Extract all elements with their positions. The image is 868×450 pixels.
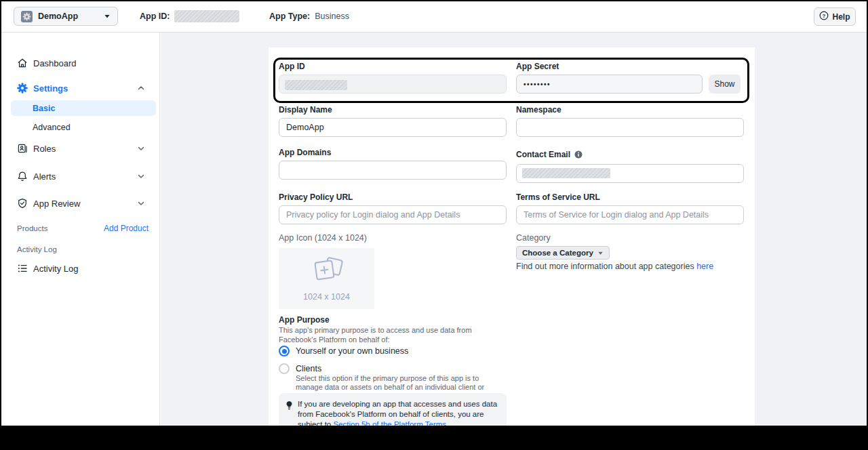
chevron-down-icon bbox=[104, 10, 111, 22]
sidebar-item-roles[interactable]: Roles bbox=[0, 140, 159, 157]
namespace-field-label: Namespace bbox=[516, 105, 744, 115]
sidebar-item-app-review[interactable]: App Review bbox=[0, 195, 159, 211]
products-section-label: Products bbox=[17, 224, 47, 232]
id-card-icon bbox=[17, 143, 28, 154]
sidebar-item-settings[interactable]: Settings bbox=[0, 80, 159, 96]
sidebar-item-label: App Review bbox=[33, 199, 80, 209]
app-dashboard-page: DemoApp App ID: App Type: Business ? Hel… bbox=[0, 0, 868, 450]
sidebar: Dashboard Settings Basic Advanced bbox=[0, 33, 160, 426]
app-icon-size-hint: 1024 x 1024 bbox=[303, 292, 350, 302]
app-icon-field-label: App Icon (1024 x 1024) bbox=[279, 233, 507, 243]
app-type-label: App Type: bbox=[269, 12, 310, 21]
radio-option-label: Yourself or your own business bbox=[296, 346, 408, 356]
category-field-group: Category Choose a Category bbox=[516, 233, 744, 260]
show-secret-button[interactable]: Show bbox=[709, 75, 741, 94]
terms-of-service-input[interactable] bbox=[516, 205, 744, 224]
app-domains-field-group: App Domains bbox=[279, 148, 507, 180]
chevron-up-icon bbox=[137, 84, 145, 94]
chevron-down-icon bbox=[137, 144, 145, 155]
sidebar-subitem-label: Advanced bbox=[33, 123, 71, 132]
photos-icon bbox=[307, 255, 347, 289]
sidebar-subitem-label: Basic bbox=[33, 104, 55, 113]
sidebar-subitem-advanced[interactable]: Advanced bbox=[11, 119, 156, 135]
app-type-value: Business bbox=[315, 12, 349, 21]
radio-selected-icon bbox=[279, 346, 290, 356]
activity-log-section-label: Activity Log bbox=[17, 245, 57, 253]
app-domains-field-label: App Domains bbox=[279, 148, 507, 157]
contact-email-field-label: Contact Email bbox=[516, 150, 744, 161]
app-selector-dropdown[interactable]: DemoApp bbox=[14, 7, 118, 26]
category-help-link[interactable]: here bbox=[696, 262, 713, 271]
question-circle-icon: ? bbox=[819, 11, 829, 22]
terms-of-service-field-group: Terms of Service URL bbox=[516, 192, 744, 224]
note-text: If you are developing an app that access… bbox=[298, 399, 498, 426]
sidebar-item-label: Roles bbox=[33, 144, 56, 154]
display-name-field-label: Display Name bbox=[279, 105, 507, 115]
privacy-policy-field-group: Privacy Policy URL bbox=[279, 192, 507, 224]
chevron-down-icon bbox=[137, 172, 145, 182]
sidebar-item-label: Alerts bbox=[33, 171, 56, 182]
help-button[interactable]: ? Help bbox=[814, 7, 856, 26]
radio-option-yourself[interactable]: Yourself or your own business bbox=[279, 346, 408, 356]
chevron-down-icon bbox=[137, 199, 145, 209]
radio-unselected-icon bbox=[279, 363, 290, 374]
info-icon bbox=[574, 150, 583, 161]
basic-settings-card: App ID App Secret Show Display Name Name… bbox=[269, 47, 755, 426]
radio-option-clients[interactable]: Clients bbox=[279, 363, 321, 374]
radio-option-label: Clients bbox=[296, 363, 321, 373]
app-purpose-description: This app's primary purpose is to access … bbox=[279, 326, 507, 344]
gear-icon bbox=[17, 83, 28, 94]
selected-app-name: DemoApp bbox=[38, 12, 104, 21]
app-secret-input[interactable] bbox=[516, 75, 703, 94]
sidebar-item-dashboard[interactable]: Dashboard bbox=[0, 55, 159, 71]
sidebar-item-label: Dashboard bbox=[33, 58, 77, 68]
app-secret-field-group: App Secret Show bbox=[516, 62, 744, 94]
app-purpose-label: App Purpose bbox=[279, 315, 507, 325]
shield-check-icon bbox=[17, 198, 28, 209]
lightbulb-icon bbox=[285, 399, 293, 426]
bell-icon bbox=[17, 171, 28, 182]
choose-category-dropdown[interactable]: Choose a Category bbox=[516, 246, 610, 260]
namespace-input[interactable] bbox=[516, 118, 744, 137]
platform-terms-link[interactable]: Section 5b of the Platform Terms bbox=[333, 420, 446, 426]
app-id-label: App ID: bbox=[140, 12, 170, 21]
app-gear-icon bbox=[21, 11, 33, 22]
topbar-app-type: App Type: Business bbox=[269, 0, 349, 33]
app-id-field-group: App ID bbox=[279, 62, 507, 94]
svg-text:?: ? bbox=[823, 13, 826, 19]
privacy-policy-input[interactable] bbox=[279, 205, 507, 224]
display-name-field-group: Display Name bbox=[279, 105, 507, 137]
app-id-field-label: App ID bbox=[279, 62, 507, 71]
home-icon bbox=[17, 58, 28, 68]
privacy-policy-field-label: Privacy Policy URL bbox=[279, 192, 507, 202]
app-icon-label-group: App Icon (1024 x 1024) bbox=[279, 233, 507, 246]
category-field-label: Category bbox=[516, 233, 744, 243]
sidebar-item-label: Settings bbox=[33, 83, 68, 94]
display-name-input[interactable] bbox=[279, 118, 507, 137]
app-id-redacted bbox=[285, 80, 347, 90]
contact-email-field-group: Contact Email bbox=[516, 150, 744, 183]
app-secret-field-label: App Secret bbox=[516, 62, 744, 71]
add-product-link[interactable]: Add Product bbox=[104, 224, 149, 233]
main-content: App ID App Secret Show Display Name Name… bbox=[161, 33, 868, 426]
app-purpose-group: App Purpose This app's primary purpose i… bbox=[279, 315, 507, 344]
choose-category-label: Choose a Category bbox=[522, 249, 593, 257]
topbar-app-id: App ID: bbox=[140, 0, 239, 33]
topbar: DemoApp App ID: App Type: Business ? Hel… bbox=[0, 0, 868, 33]
terms-of-service-field-label: Terms of Service URL bbox=[516, 192, 744, 202]
contact-email-redacted bbox=[522, 168, 610, 178]
namespace-field-group: Namespace bbox=[516, 105, 744, 137]
category-help-text: Find out more information about app cate… bbox=[516, 262, 713, 271]
sidebar-item-activity-log[interactable]: Activity Log bbox=[0, 260, 159, 277]
help-button-label: Help bbox=[832, 12, 850, 22]
sidebar-item-label: Activity Log bbox=[33, 264, 78, 274]
app-domains-input[interactable] bbox=[279, 161, 507, 180]
app-id-redacted-value bbox=[174, 10, 239, 22]
caret-down-icon bbox=[597, 250, 604, 256]
platform-terms-note: If you are developing an app that access… bbox=[279, 393, 507, 426]
app-icon-upload[interactable]: 1024 x 1024 bbox=[279, 248, 374, 309]
sidebar-subitem-basic[interactable]: Basic bbox=[11, 100, 156, 116]
bottom-black-bar bbox=[0, 426, 868, 450]
list-icon bbox=[17, 263, 28, 274]
sidebar-item-alerts[interactable]: Alerts bbox=[0, 168, 159, 184]
